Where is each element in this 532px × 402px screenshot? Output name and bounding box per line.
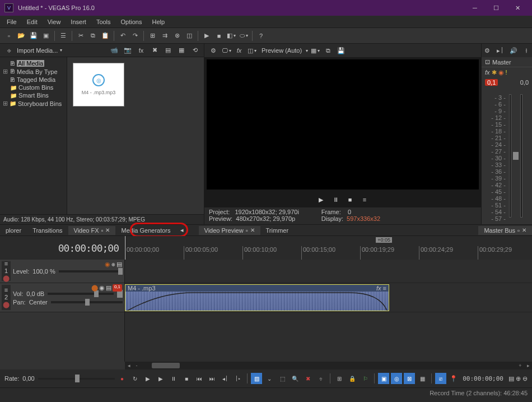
menu-file[interactable]: File bbox=[2, 17, 21, 26]
render-button[interactable]: ▣ bbox=[40, 30, 52, 41]
track2-clip-indicator[interactable]: 0,1 bbox=[113, 284, 122, 292]
preview-pause-button[interactable]: ⏸ bbox=[329, 193, 342, 206]
tool-e[interactable]: ⎚ bbox=[435, 373, 446, 384]
timeline-scrollbar[interactable]: ◂-+▸ bbox=[125, 362, 532, 369]
track1-level-slider[interactable] bbox=[59, 270, 123, 272]
preview-play-button[interactable]: ▶ bbox=[315, 193, 327, 206]
play-button[interactable]: ▶ bbox=[201, 30, 212, 41]
preview-dropdown[interactable]: ◧ bbox=[226, 30, 237, 41]
zoom-out-height[interactable]: ⊖ bbox=[522, 375, 528, 382]
master-mute-icon[interactable]: ! bbox=[506, 69, 507, 76]
selection-tool[interactable]: ⬚ bbox=[277, 373, 288, 384]
menu-edit[interactable]: Edit bbox=[22, 17, 42, 26]
preview-quality-dropdown[interactable]: Preview (Auto) bbox=[259, 47, 304, 54]
master-fx-icon[interactable]: fx bbox=[485, 69, 490, 76]
tool-dropdown[interactable]: ⬭ bbox=[238, 30, 249, 41]
master-plugin2-icon[interactable]: ◉ bbox=[498, 69, 504, 76]
track2-pan-slider[interactable] bbox=[51, 301, 123, 303]
track2-fx-icon[interactable]: ▤ bbox=[106, 284, 111, 292]
tab-video-preview[interactable]: Video Preview ▫ ✕ bbox=[199, 226, 260, 235]
tree-tagged-media[interactable]: 🖹Tagged Media bbox=[1, 76, 66, 84]
rate-slider[interactable] bbox=[38, 378, 115, 380]
copy-snapshot-button[interactable]: ⧉ bbox=[323, 45, 334, 56]
prev-frame-button[interactable]: ◂⏐ bbox=[220, 373, 231, 384]
timeline-timecode[interactable]: 00:00:00;00 bbox=[58, 242, 119, 254]
tree-storyboard-bins[interactable]: ⊞📁Storyboard Bins bbox=[1, 99, 66, 108]
autoripple-button[interactable]: ⇉ bbox=[159, 30, 170, 41]
paste-button[interactable]: 📋 bbox=[100, 30, 111, 41]
minimize-button[interactable]: ─ bbox=[465, 1, 485, 15]
new-button[interactable]: ▫ bbox=[3, 30, 15, 41]
media-fx-button[interactable]: fx bbox=[136, 45, 147, 56]
media-thumb-audio[interactable]: ◎ M4 - .mp3.mp3 bbox=[73, 63, 124, 107]
timeline-marker[interactable]: +0:05 bbox=[376, 237, 392, 243]
tab-close-icon[interactable]: ✕ bbox=[105, 227, 110, 233]
preview-settings-button[interactable]: ⚙ bbox=[208, 45, 219, 56]
track-header-1[interactable]: ≡1⬤ Level:100,0 % ◉⎈▤ bbox=[0, 260, 124, 283]
tab-media-generators[interactable]: Media Generators bbox=[115, 226, 176, 235]
quantize-button[interactable]: ◫ bbox=[184, 30, 195, 41]
zoom-in-height[interactable]: ⊕ bbox=[516, 375, 521, 382]
autocrossfade-button[interactable]: ⊗ bbox=[171, 30, 183, 41]
save-snapshot-button[interactable]: 💾 bbox=[335, 45, 347, 56]
split-tool[interactable]: ⎀ bbox=[315, 373, 326, 384]
cut-button[interactable]: ✂ bbox=[75, 30, 86, 41]
track2-vol-slider[interactable] bbox=[48, 293, 114, 295]
clip-menu-icon[interactable]: ≡ bbox=[383, 285, 386, 292]
tool-c[interactable]: ⊠ bbox=[404, 373, 415, 384]
track2-automation-icon[interactable]: ◉ bbox=[99, 284, 105, 292]
tab-master-bus[interactable]: Master Bus ▫ ✕ bbox=[478, 226, 532, 235]
normal-edit-tool[interactable]: ▧ bbox=[251, 373, 262, 384]
play-button-2[interactable]: ▶ bbox=[155, 373, 166, 384]
timecode-menu-button[interactable]: ▤ bbox=[508, 375, 514, 382]
copy-button[interactable]: ⧉ bbox=[87, 30, 99, 41]
tool-b[interactable]: ◎ bbox=[391, 373, 402, 384]
go-end-button[interactable]: ⏭ bbox=[207, 373, 218, 384]
remove-button[interactable]: ✖ bbox=[149, 45, 160, 56]
shuffle-tool[interactable]: ✖ bbox=[302, 373, 314, 384]
refresh-button[interactable]: ⟲ bbox=[189, 45, 200, 56]
tree-smart-bins[interactable]: 📁Smart Bins bbox=[1, 91, 66, 99]
menu-tools[interactable]: Tools bbox=[92, 17, 115, 26]
tab-undock-icon[interactable]: ▫ bbox=[101, 227, 104, 234]
tab-trimmer[interactable]: Trimmer bbox=[260, 226, 295, 235]
tool-d[interactable]: ▦ bbox=[417, 373, 428, 384]
menu-insert[interactable]: Insert bbox=[66, 17, 91, 26]
capture-video-button[interactable]: 📹 bbox=[109, 45, 120, 56]
preview-device-button[interactable]: 🖵 bbox=[221, 45, 232, 56]
preview-stop-button[interactable]: ■ bbox=[344, 193, 356, 206]
properties-button[interactable]: ☰ bbox=[58, 30, 69, 41]
go-start-button[interactable]: ⏮ bbox=[194, 373, 205, 384]
tree-all-media[interactable]: 🖹All Media bbox=[1, 59, 66, 67]
menu-help[interactable]: Help bbox=[147, 17, 169, 26]
audio-clip[interactable]: M4 - .mp3fx ≡ bbox=[125, 284, 389, 311]
playhead[interactable] bbox=[125, 236, 125, 260]
lane-1[interactable] bbox=[125, 260, 532, 283]
play-start-button[interactable]: ▶ bbox=[142, 373, 153, 384]
save-button[interactable]: 💾 bbox=[28, 30, 39, 41]
master-plugin1-icon[interactable]: ✱ bbox=[492, 69, 497, 76]
track2-bypass-icon[interactable]: ⬤ bbox=[91, 284, 98, 292]
master-downmix-button[interactable]: ⫲ bbox=[521, 45, 533, 56]
cursor-timecode[interactable]: 00:00:00;00 bbox=[459, 375, 507, 382]
properties-media-button[interactable]: ▤ bbox=[162, 45, 174, 56]
track1-automation-icon[interactable]: ⎈ bbox=[111, 261, 115, 268]
tab-scroll-left[interactable]: ◂ bbox=[176, 225, 188, 235]
help-button[interactable]: ? bbox=[255, 30, 267, 41]
lock-button[interactable]: 🔒 bbox=[347, 373, 358, 384]
tab-explorer[interactable]: plorer bbox=[0, 226, 27, 235]
snap-toggle[interactable]: ⊞ bbox=[334, 373, 345, 384]
split-screen-button[interactable]: ◫ bbox=[246, 45, 258, 56]
timeline-ruler[interactable]: +0:05 00:00:00;0000:00:05;0000:00:10;000… bbox=[125, 236, 532, 260]
master-clip-left[interactable]: 0,1 bbox=[485, 79, 498, 86]
master-fader-thumb[interactable] bbox=[513, 152, 519, 160]
clip-fx-icon[interactable]: fx bbox=[376, 285, 381, 292]
tool-a[interactable]: ▣ bbox=[378, 373, 389, 384]
open-button[interactable]: 📂 bbox=[16, 30, 27, 41]
zoom-tool[interactable]: 🔍 bbox=[290, 373, 301, 384]
maximize-button[interactable]: ☐ bbox=[486, 1, 506, 15]
close-button[interactable]: ✕ bbox=[507, 1, 528, 15]
tab-video-fx[interactable]: Video FX ▫ ✕ bbox=[68, 226, 116, 235]
overlay-button[interactable]: ▦ bbox=[310, 45, 321, 56]
redo-button[interactable]: ↷ bbox=[129, 30, 141, 41]
